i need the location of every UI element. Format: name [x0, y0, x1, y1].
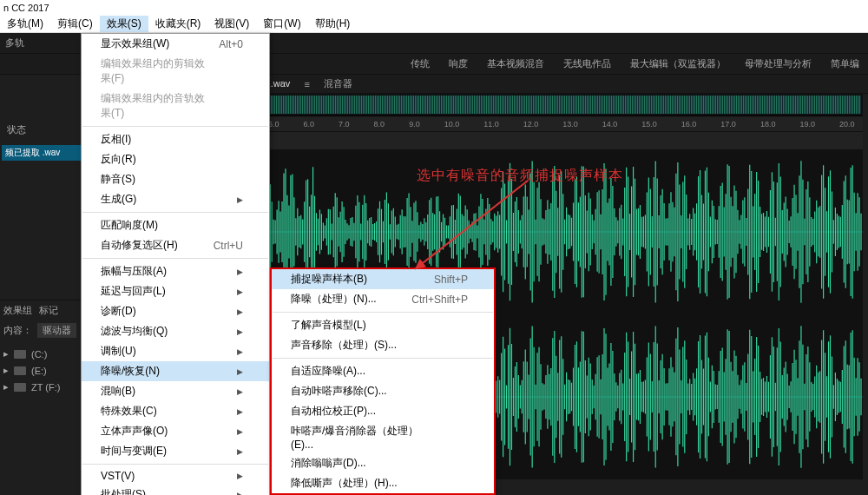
menu-item[interactable]: 混响(B)▶ — [82, 381, 269, 401]
menu-item[interactable]: 调制(U)▶ — [82, 341, 269, 361]
menu-item[interactable]: 滤波与均衡(Q)▶ — [82, 321, 269, 341]
ruler-tick: 8.0 — [374, 120, 385, 129]
menu-item[interactable]: 降噪（处理）(N)...Ctrl+Shift+P — [272, 289, 494, 309]
left-panel: 状态 频已提取 .wav 效果组 标记 内容： 驱动器 ▸(C:) ▸(E:) … — [0, 75, 87, 495]
ruler-tick: 15.0 — [641, 120, 657, 129]
ruler-tick: 19.0 — [799, 120, 815, 129]
menu-item[interactable]: 编辑效果组内的剪辑效果(F) — [82, 54, 269, 89]
content-label: 内容： — [3, 324, 32, 337]
menu-item[interactable]: 剪辑(C) — [50, 16, 100, 32]
noise-reduction-submenu: 捕捉噪声样本(B)Shift+P降噪（处理）(N)...Ctrl+Shift+P… — [270, 267, 496, 495]
ruler-tick: 7.0 — [339, 120, 350, 129]
menu-item[interactable]: 延迟与回声(L)▶ — [82, 281, 269, 301]
annotation-text: 选中有噪音的音频捕捉噪声样本 — [417, 167, 623, 185]
status-label: 状态 — [2, 122, 31, 138]
menu-item[interactable]: 视图(V) — [207, 16, 256, 32]
menu-item[interactable]: 诊断(D)▶ — [82, 301, 269, 321]
drive-icon — [14, 350, 26, 359]
menu-item[interactable]: 自动修复选区(H)Ctrl+U — [82, 235, 269, 255]
ruler-tick: 11.0 — [483, 120, 499, 129]
menu-item[interactable]: 捕捉噪声样本(B)Shift+P — [272, 269, 494, 289]
menu-item[interactable]: 特殊效果(C)▶ — [82, 401, 269, 421]
ruler-tick: 13.0 — [562, 120, 578, 129]
ruler-tick: 20.0 — [839, 120, 855, 129]
menu-item[interactable]: 降低嘶声（处理）(H)... — [272, 473, 494, 493]
menu-item[interactable]: 批处理(S)▶ — [82, 485, 269, 495]
ruler-tick: 14.0 — [602, 120, 618, 129]
ruler-tick: 16.0 — [681, 120, 697, 129]
menu-item[interactable]: 声音移除（处理）(S)... — [272, 335, 494, 355]
menu-item[interactable]: 编辑效果组内的音轨效果(T) — [82, 89, 269, 123]
workspace-preset[interactable]: 传统 — [411, 57, 430, 70]
drive-icon — [14, 383, 26, 392]
mode-tab[interactable]: 多轨 — [5, 36, 24, 50]
menu-item[interactable]: 生成(G)▶ — [82, 189, 269, 209]
titlebar: n CC 2017 — [0, 0, 868, 16]
menu-item[interactable]: 自适应降噪(A)... — [272, 361, 494, 381]
menu-item[interactable]: 消除嗡嗡声(D)... — [272, 453, 494, 473]
menu-item[interactable]: 降噪/恢复(N)▶ — [82, 361, 269, 381]
workspace-preset[interactable]: 最大编辑（双监视器） — [630, 57, 726, 70]
menu-item[interactable]: 咔嗒声/爆音消除器（处理）(E)... — [272, 421, 494, 453]
hamburger-icon[interactable]: ≡ — [304, 79, 309, 89]
ruler-tick: 6.0 — [304, 120, 315, 129]
menu-item[interactable]: VST(V)▶ — [82, 467, 269, 485]
menu-item[interactable]: 帮助(H) — [308, 16, 358, 32]
drive-item[interactable]: ▸(C:) — [0, 346, 86, 362]
workspace-preset[interactable]: 简单编 — [831, 57, 859, 70]
menu-item[interactable]: 时间与变调(E)▶ — [82, 441, 269, 461]
menu-item[interactable]: 显示效果组(W)Alt+0 — [82, 34, 269, 54]
menu-item[interactable]: 效果(S) — [100, 16, 148, 32]
ruler-tick: 12.0 — [523, 120, 539, 129]
file-item[interactable]: 频已提取 .wav — [2, 145, 84, 161]
workspace-preset[interactable]: 响度 — [449, 57, 468, 70]
ruler-tick: 17.0 — [720, 120, 736, 129]
menu-item[interactable]: 收藏夹(R) — [148, 16, 208, 32]
workspace-preset[interactable]: 基本视频混音 — [487, 57, 544, 70]
menu-item[interactable]: 匹配响度(M) — [82, 215, 269, 235]
mixer-tab[interactable]: 混音器 — [324, 77, 352, 90]
menu-item[interactable]: 振幅与压限(A)▶ — [82, 261, 269, 281]
content-dropdown[interactable]: 驱动器 — [37, 323, 76, 338]
menubar: 多轨(M)剪辑(C)效果(S)收藏夹(R)视图(V)窗口(W)帮助(H) — [0, 16, 868, 33]
drive-item[interactable]: ▸ZT (F:) — [0, 379, 86, 395]
menu-item[interactable]: 多轨(M) — [0, 16, 50, 32]
menu-item[interactable]: 了解声音模型(L) — [272, 315, 494, 335]
menu-item[interactable]: 窗口(W) — [256, 16, 307, 32]
workspace-preset[interactable]: 无线电作品 — [563, 57, 611, 70]
ruler-tick: 10.0 — [444, 120, 460, 129]
drive-icon — [14, 366, 26, 375]
workspace-preset[interactable]: 母带处理与分析 — [745, 57, 812, 70]
menu-item[interactable]: 自动相位校正(P)... — [272, 401, 494, 421]
ruler-tick: 18.0 — [760, 120, 776, 129]
menu-item[interactable]: 立体声声像(O)▶ — [82, 421, 269, 441]
menu-item[interactable]: 静音(S) — [82, 169, 269, 189]
panel-tab[interactable]: 标记 — [39, 304, 58, 317]
drive-item[interactable]: ▸(E:) — [0, 362, 86, 379]
panel-tab[interactable]: 效果组 — [3, 304, 32, 317]
menu-item[interactable]: 反向(R) — [82, 149, 269, 169]
menu-item[interactable]: 自动咔嗒声移除(C)... — [272, 381, 494, 401]
effects-menu: 显示效果组(W)Alt+0编辑效果组内的剪辑效果(F)编辑效果组内的音轨效果(T… — [81, 33, 270, 495]
menu-item[interactable]: 反相(I) — [82, 129, 269, 149]
ruler-tick: 9.0 — [409, 120, 420, 129]
